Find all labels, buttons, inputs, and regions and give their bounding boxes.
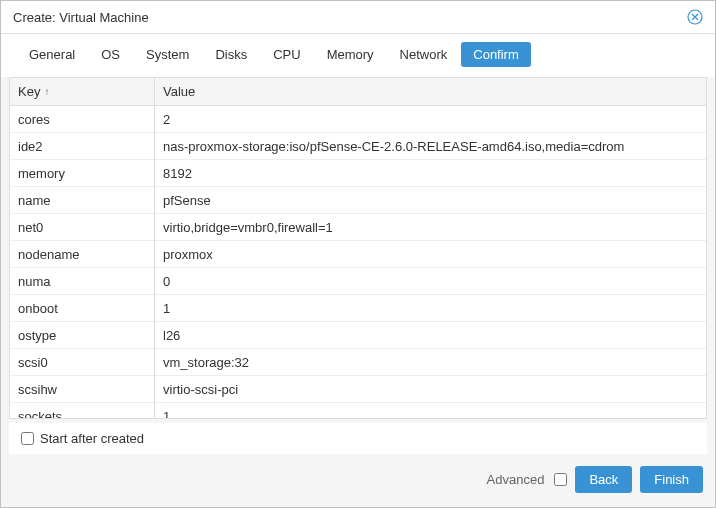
cell-key: scsi0 (10, 349, 155, 376)
tab-confirm[interactable]: Confirm (461, 42, 531, 67)
tab-disks[interactable]: Disks (203, 42, 259, 67)
tab-network[interactable]: Network (388, 42, 460, 67)
table-row[interactable]: cores2 (10, 106, 706, 133)
cell-value: virtio-scsi-pci (155, 376, 706, 403)
column-value-label: Value (163, 84, 195, 99)
tab-os[interactable]: OS (89, 42, 132, 67)
table-row[interactable]: net0virtio,bridge=vmbr0,firewall=1 (10, 214, 706, 241)
cell-value: nas-proxmox-storage:iso/pfSense-CE-2.6.0… (155, 133, 706, 160)
finish-button[interactable]: Finish (640, 466, 703, 493)
tab-general[interactable]: General (17, 42, 87, 67)
table-row[interactable]: sockets1 (10, 403, 706, 418)
cell-key: cores (10, 106, 155, 133)
cell-key: ide2 (10, 133, 155, 160)
advanced-checkbox[interactable] (554, 473, 567, 486)
cell-key: ostype (10, 322, 155, 349)
cell-key: nodename (10, 241, 155, 268)
wizard-tabs: GeneralOSSystemDisksCPUMemoryNetworkConf… (1, 34, 715, 77)
cell-key: onboot (10, 295, 155, 322)
table-row[interactable]: nodenameproxmox (10, 241, 706, 268)
cell-value: l26 (155, 322, 706, 349)
cell-value: pfSense (155, 187, 706, 214)
column-key-label: Key (18, 84, 40, 99)
cell-value: 1 (155, 403, 706, 419)
table-row[interactable]: onboot1 (10, 295, 706, 322)
table-row[interactable]: memory8192 (10, 160, 706, 187)
dialog-title: Create: Virtual Machine (13, 10, 149, 25)
cell-key: scsihw (10, 376, 155, 403)
create-vm-dialog: Create: Virtual Machine GeneralOSSystemD… (0, 0, 716, 508)
cell-key: numa (10, 268, 155, 295)
close-icon[interactable] (687, 9, 703, 25)
table-row[interactable]: scsi0vm_storage:32 (10, 349, 706, 376)
back-button[interactable]: Back (575, 466, 632, 493)
cell-value: 0 (155, 268, 706, 295)
cell-value: virtio,bridge=vmbr0,firewall=1 (155, 214, 706, 241)
column-value[interactable]: Value (155, 78, 706, 105)
tab-cpu[interactable]: CPU (261, 42, 312, 67)
dialog-header: Create: Virtual Machine (1, 1, 715, 34)
start-after-checkbox[interactable] (21, 432, 34, 445)
grid-body[interactable]: cores2ide2nas-proxmox-storage:iso/pfSens… (10, 106, 706, 418)
cell-value: proxmox (155, 241, 706, 268)
advanced-label: Advanced (487, 472, 545, 487)
confirm-grid: Key ↑ Value cores2ide2nas-proxmox-storag… (9, 77, 707, 419)
cell-value: 1 (155, 295, 706, 322)
cell-key: sockets (10, 403, 155, 419)
sort-asc-icon: ↑ (44, 86, 49, 97)
dialog-footer: Advanced Back Finish (1, 454, 715, 507)
cell-value: vm_storage:32 (155, 349, 706, 376)
table-row[interactable]: namepfSense (10, 187, 706, 214)
grid-header: Key ↑ Value (10, 78, 706, 106)
start-after-label: Start after created (40, 431, 144, 446)
cell-key: net0 (10, 214, 155, 241)
table-row[interactable]: scsihwvirtio-scsi-pci (10, 376, 706, 403)
tab-system[interactable]: System (134, 42, 201, 67)
tab-memory[interactable]: Memory (315, 42, 386, 67)
table-row[interactable]: numa0 (10, 268, 706, 295)
start-after-row: Start after created (9, 423, 707, 454)
cell-key: name (10, 187, 155, 214)
table-row[interactable]: ostypel26 (10, 322, 706, 349)
column-key[interactable]: Key ↑ (10, 78, 155, 105)
table-row[interactable]: ide2nas-proxmox-storage:iso/pfSense-CE-2… (10, 133, 706, 160)
cell-value: 2 (155, 106, 706, 133)
cell-key: memory (10, 160, 155, 187)
cell-value: 8192 (155, 160, 706, 187)
